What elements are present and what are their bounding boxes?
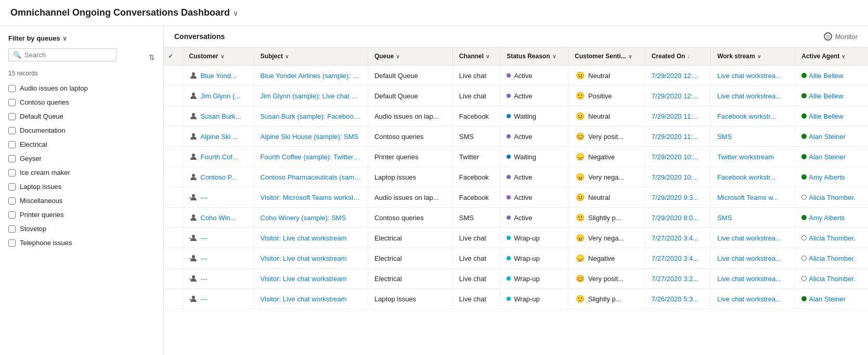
workstream-link[interactable]: Live chat workstrea...	[717, 72, 781, 80]
queue-item[interactable]: Stovetop	[8, 222, 155, 236]
created-on-link[interactable]: 7/29/2020 8:0...	[652, 214, 698, 222]
queue-item[interactable]: Documentation	[8, 123, 155, 137]
agent-link[interactable]: Alicia Thomber.	[801, 275, 862, 283]
created-on-link[interactable]: 7/26/2020 5:3...	[652, 295, 698, 303]
monitor-button[interactable]: ⊙ Monitor	[824, 32, 858, 41]
agent-link[interactable]: Amy Alberts	[801, 173, 862, 181]
table-row[interactable]: ---Visitor: Live chat workstreamLaptop i…	[164, 289, 868, 309]
table-row[interactable]: ---Visitor: Live chat workstreamElectric…	[164, 228, 868, 248]
queue-checkbox[interactable]	[8, 113, 16, 120]
agent-link[interactable]: Alan Steiner	[801, 295, 862, 303]
subject-link[interactable]: Contoso Pharmaceuticals (sample):...	[261, 173, 361, 181]
subject-link[interactable]: Visitor: Microsoft Teams workstrea...	[261, 194, 361, 201]
agent-link[interactable]: Allie Bellew	[801, 112, 862, 120]
queue-item[interactable]: Printer queries	[8, 208, 155, 222]
table-row[interactable]: ---Visitor: Live chat workstreamElectric…	[164, 248, 868, 269]
subject-link[interactable]: Jim Glynn (sample): Live chat works...	[261, 92, 361, 100]
title-chevron-icon[interactable]: ∨	[233, 9, 238, 17]
subject-link[interactable]: Visitor: Live chat workstream	[261, 255, 361, 262]
subject-link[interactable]: Visitor: Live chat workstream	[261, 295, 361, 303]
created-on-link[interactable]: 7/29/2020 11:...	[652, 112, 698, 120]
queue-checkbox[interactable]	[8, 197, 16, 205]
table-row[interactable]: Fourth Cof...Fourth Coffee (sample): Twi…	[164, 147, 868, 167]
workstream-link[interactable]: Live chat workstrea...	[717, 92, 781, 100]
col-header-customer[interactable]: Customer∨	[183, 47, 254, 66]
customer-link[interactable]: ---	[189, 274, 248, 283]
agent-link[interactable]: Alan Steiner	[801, 153, 862, 161]
agent-link[interactable]: Amy Alberts	[801, 214, 862, 222]
subject-link[interactable]: Alpine Ski House (sample): SMS	[261, 133, 361, 141]
workstream-link[interactable]: Live chat workstrea...	[717, 255, 781, 262]
queue-item[interactable]: Contoso queries	[8, 95, 155, 109]
agent-link[interactable]: Alicia Thomber.	[801, 255, 862, 262]
workstream-link[interactable]: Live chat workstrea...	[717, 275, 781, 283]
agent-link[interactable]: Alicia Thomber.	[801, 194, 862, 201]
customer-link[interactable]: Blue Yond...	[189, 71, 248, 80]
subject-link[interactable]: Visitor: Live chat workstream	[261, 275, 361, 283]
customer-link[interactable]: ---	[189, 295, 248, 303]
agent-link[interactable]: Allie Bellew	[801, 92, 862, 100]
search-input[interactable]	[24, 51, 112, 59]
created-on-link[interactable]: 7/29/2020 10:...	[652, 153, 698, 161]
queue-checkbox[interactable]	[8, 85, 16, 92]
col-header-channel[interactable]: Channel∨	[452, 47, 500, 66]
customer-link[interactable]: Alpine Ski ...	[189, 132, 248, 141]
queue-checkbox[interactable]	[8, 141, 16, 148]
created-on-link[interactable]: 7/27/2020 3:4...	[652, 255, 698, 262]
customer-link[interactable]: Coho Win...	[189, 213, 248, 222]
workstream-link[interactable]: Facebook workstr...	[717, 112, 776, 120]
filter-by-queues-header[interactable]: Filter by queues ∨	[0, 34, 163, 48]
created-on-link[interactable]: 7/29/2020 12:...	[652, 72, 698, 80]
created-on-link[interactable]: 7/29/2020 11:...	[652, 133, 698, 141]
created-on-link[interactable]: 7/27/2020 3:2...	[652, 275, 698, 283]
sort-icon[interactable]: ⇅	[149, 53, 155, 61]
created-on-link[interactable]: 7/29/2020 12:...	[652, 92, 698, 100]
queue-checkbox[interactable]	[8, 183, 16, 191]
subject-link[interactable]: Susan Burk (sample): Facebook wor...	[261, 112, 361, 120]
workstream-link[interactable]: Microsoft Teams w...	[717, 194, 779, 201]
customer-link[interactable]: Contoso P...	[189, 173, 248, 181]
table-row[interactable]: Coho Win...Coho Winery (sample): SMSCont…	[164, 208, 868, 228]
customer-link[interactable]: Susan Burk...	[189, 112, 248, 120]
customer-link[interactable]: ---	[189, 234, 248, 242]
workstream-link[interactable]: Live chat workstrea...	[717, 234, 781, 242]
queue-checkbox[interactable]	[8, 169, 16, 176]
queue-item[interactable]: Telephone issues	[8, 236, 155, 250]
queue-checkbox[interactable]	[8, 155, 16, 162]
table-row[interactable]: Susan Burk...Susan Burk (sample): Facebo…	[164, 106, 868, 126]
col-header-status_reason[interactable]: Status Reason∨	[500, 47, 568, 66]
table-row[interactable]: Contoso P...Contoso Pharmaceuticals (sam…	[164, 167, 868, 187]
workstream-link[interactable]: SMS	[717, 214, 732, 222]
queue-item[interactable]: Miscellaneous	[8, 194, 155, 208]
subject-link[interactable]: Visitor: Live chat workstream	[261, 234, 361, 242]
workstream-link[interactable]: Facebook workstr...	[717, 173, 776, 181]
queue-item[interactable]: Geyser	[8, 151, 155, 166]
col-header-created_on[interactable]: Created On↓	[645, 47, 710, 66]
table-row[interactable]: Jim Glynn (...Jim Glynn (sample): Live c…	[164, 86, 868, 106]
queue-checkbox[interactable]	[8, 225, 16, 233]
queue-item[interactable]: Default Queue	[8, 109, 155, 123]
table-row[interactable]: Blue Yond...Blue Yonder Airlines (sample…	[164, 66, 868, 86]
queue-item[interactable]: Audio issues on laptop	[8, 81, 155, 95]
queue-item[interactable]: Electrical	[8, 137, 155, 151]
col-header-customer_sentiment[interactable]: Customer Senti...∨	[568, 47, 645, 66]
workstream-link[interactable]: Live chat workstrea...	[717, 295, 781, 303]
workstream-link[interactable]: SMS	[717, 133, 732, 141]
customer-link[interactable]: ---	[189, 193, 248, 201]
workstream-link[interactable]: Twitter workstream	[717, 153, 774, 161]
customer-link[interactable]: Fourth Cof...	[189, 153, 248, 161]
col-header-work_stream[interactable]: Work stream∨	[711, 47, 795, 66]
agent-link[interactable]: Alicia Thomber.	[801, 234, 862, 242]
queue-checkbox[interactable]	[8, 127, 16, 134]
subject-link[interactable]: Blue Yonder Airlines (sample): Live c...	[261, 72, 361, 80]
subject-link[interactable]: Coho Winery (sample): SMS	[261, 214, 361, 222]
created-on-link[interactable]: 7/29/2020 10:...	[652, 173, 698, 181]
table-row[interactable]: ---Visitor: Live chat workstreamElectric…	[164, 269, 868, 289]
queue-checkbox[interactable]	[8, 99, 16, 106]
col-header-queue[interactable]: Queue∨	[368, 47, 452, 66]
queue-item[interactable]: Laptop issues	[8, 180, 155, 194]
table-row[interactable]: ---Visitor: Microsoft Teams workstrea...…	[164, 187, 868, 208]
queue-checkbox[interactable]	[8, 239, 16, 247]
agent-link[interactable]: Alan Steiner	[801, 133, 862, 141]
customer-link[interactable]: ---	[189, 254, 248, 262]
